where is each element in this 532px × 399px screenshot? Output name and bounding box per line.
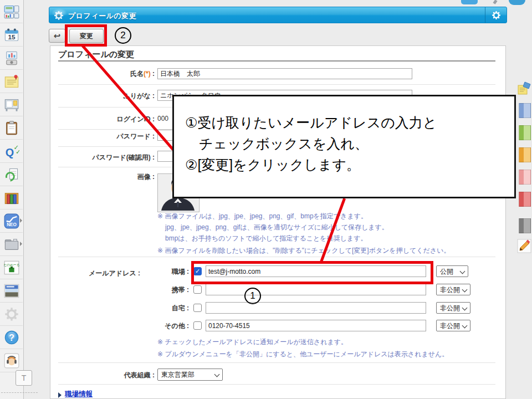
svg-text:✓: ✓ xyxy=(16,147,19,155)
portal-icon xyxy=(4,4,19,19)
instruction-callout: ①受け取りたいメールアドレスの入力と チェックボックスを入れ、 ②[変更]をクリ… xyxy=(172,95,516,198)
email-mobile-checkbox[interactable] xyxy=(193,285,202,294)
neo-app-icon: NEO xyxy=(4,213,19,229)
header-gloss xyxy=(52,8,67,17)
expand-arrow-icon xyxy=(20,242,22,246)
email-mobile-visibility-select[interactable]: 非公開 xyxy=(436,284,470,295)
category-tab-pink[interactable] xyxy=(519,170,531,185)
back-button[interactable]: ↩ xyxy=(49,29,65,43)
category-tab-orange[interactable] xyxy=(519,147,531,162)
password-confirm-label: パスワード(確認用) : xyxy=(50,153,155,162)
sidebar-item-settings[interactable] xyxy=(0,303,23,326)
step-2-marker: 2 xyxy=(115,27,131,44)
sidebar-item-questionnaire[interactable]: Q ✓ ✓ xyxy=(0,140,23,163)
email-other-checkbox[interactable] xyxy=(193,321,202,330)
sidebar-item-help[interactable]: ? xyxy=(0,326,23,349)
email-home-input[interactable] xyxy=(206,302,426,314)
email-work-visibility-select[interactable]: 公開 xyxy=(436,265,468,277)
sidebar-item-portal[interactable] xyxy=(0,0,23,23)
svg-text:たのめーる: たのめーる xyxy=(4,263,19,267)
sidebar-item-neo[interactable]: NEO xyxy=(0,209,23,233)
category-tab-blue[interactable] xyxy=(519,103,531,118)
kana-label: ふりがな : xyxy=(50,91,155,101)
text-tool-label: T xyxy=(22,374,27,382)
sidebar-item-folder[interactable] xyxy=(0,233,23,256)
sidebar-item-support[interactable] xyxy=(0,349,23,372)
memo-note-icon xyxy=(4,74,19,89)
sidebar-item-circular[interactable] xyxy=(0,116,23,140)
svg-text:NEO: NEO xyxy=(7,222,17,227)
sidebar-item-tanomeru[interactable]: たのめーる xyxy=(0,256,23,279)
sidebar-item-facility[interactable] xyxy=(0,47,23,70)
questionnaire-icon: Q ✓ ✓ xyxy=(4,144,19,159)
annotation-box-change-button xyxy=(65,24,107,47)
email-mobile-label: 携帯 : xyxy=(144,285,189,295)
login-id-value: 000 xyxy=(157,115,168,122)
email-mobile-input[interactable] xyxy=(206,284,426,295)
photo-label: 画像 : xyxy=(50,172,155,182)
photo-note: bmpは、お手持ちのソフトで縮小して指定することを推奨します。 xyxy=(165,234,367,243)
top-toolbar-partial-icon xyxy=(461,0,478,4)
travel-banner-icon xyxy=(4,283,19,299)
folder-icon xyxy=(4,237,19,252)
callout-line: ①受け取りたいメールアドレスの入力と xyxy=(185,112,514,133)
email-note: ※ プルダウンメニューを「非公開」にすると、他ユーザーにメールアドレスは表示され… xyxy=(157,350,448,359)
tanomeru-icon: たのめーる xyxy=(4,260,19,275)
help-icon: ? xyxy=(4,330,19,345)
email-other-visibility-select[interactable]: 非公開 xyxy=(436,320,470,331)
org-select[interactable]: 東京営業部 xyxy=(157,369,223,381)
login-id-label: ログインID : xyxy=(50,115,155,124)
sticky-note-icon[interactable] xyxy=(517,81,531,95)
back-arrow-icon: ↩ xyxy=(54,31,61,41)
email-home-visibility-select[interactable]: 非公開 xyxy=(436,302,470,314)
sidebar-divider xyxy=(1,392,38,393)
top-account-partial-icon xyxy=(509,0,525,5)
sidebar-item-bulletin-board[interactable] xyxy=(0,93,23,116)
calendar-icon: 15 xyxy=(4,27,19,43)
category-tab-red[interactable] xyxy=(519,192,531,207)
gear-icon xyxy=(492,11,501,20)
email-other-input[interactable] xyxy=(206,320,426,331)
projector-chart-icon xyxy=(4,50,19,66)
workplace-info-link[interactable]: 職場情報 xyxy=(65,390,93,399)
bulletin-board-icon xyxy=(4,97,19,112)
svg-text:?: ? xyxy=(9,332,14,342)
section-separator xyxy=(58,362,495,363)
top-search-partial-icon xyxy=(493,0,497,4)
org-label: 代表組織 : xyxy=(50,371,155,380)
required-mark: (*) xyxy=(144,70,151,78)
photo-note: jpg、jpe、jpeg、png、gifは、画像を適切なサイズに縮小して保存しま… xyxy=(165,223,388,232)
email-work-label: 職場 : xyxy=(144,267,189,277)
app-sidebar: 15 xyxy=(0,0,24,399)
sidebar-item-text-tool[interactable]: T xyxy=(16,370,32,386)
category-tab-gray[interactable] xyxy=(519,218,531,233)
category-tab-green[interactable] xyxy=(519,125,531,140)
sidebar-item-cabinet[interactable] xyxy=(0,186,23,209)
sidebar-item-memo[interactable] xyxy=(0,70,23,93)
gear-icon xyxy=(4,306,19,322)
cabinet-binders-icon xyxy=(4,190,19,206)
sidebar-item-schedule[interactable]: 15 xyxy=(0,23,23,47)
module-header: プロフィールの変更 xyxy=(49,7,507,23)
callout-line: ②[変更]をクリックします。 xyxy=(185,154,514,175)
operator-icon xyxy=(4,353,19,369)
pencil-icon[interactable] xyxy=(517,239,531,253)
email-home-label: 自宅 : xyxy=(144,304,189,313)
name-input[interactable] xyxy=(157,68,412,79)
expand-arrow-icon xyxy=(20,218,22,223)
section-separator xyxy=(58,257,495,257)
photo-note: ※ 画像ファイルを削除したい場合は、"削除する"にチェックして[変更]ボタンを押… xyxy=(157,246,450,255)
email-home-checkbox[interactable] xyxy=(193,304,202,312)
email-other-label: その他 : xyxy=(144,321,189,331)
section-separator xyxy=(58,384,495,385)
email-note: ※ チェックしたメールアドレスに通知メールが送信されます。 xyxy=(157,337,347,347)
screen: 15 xyxy=(0,0,532,399)
clipboard-icon xyxy=(4,120,19,136)
svg-text:Q: Q xyxy=(6,146,14,158)
callout-line: チェックボックスを入れ、 xyxy=(185,133,514,154)
module-settings-button[interactable] xyxy=(485,7,507,23)
step-1-marker: 1 xyxy=(244,288,261,304)
sidebar-item-workflow[interactable] xyxy=(0,163,23,186)
sidebar-item-travel[interactable] xyxy=(0,279,23,303)
module-title: プロフィールの変更 xyxy=(68,11,136,21)
